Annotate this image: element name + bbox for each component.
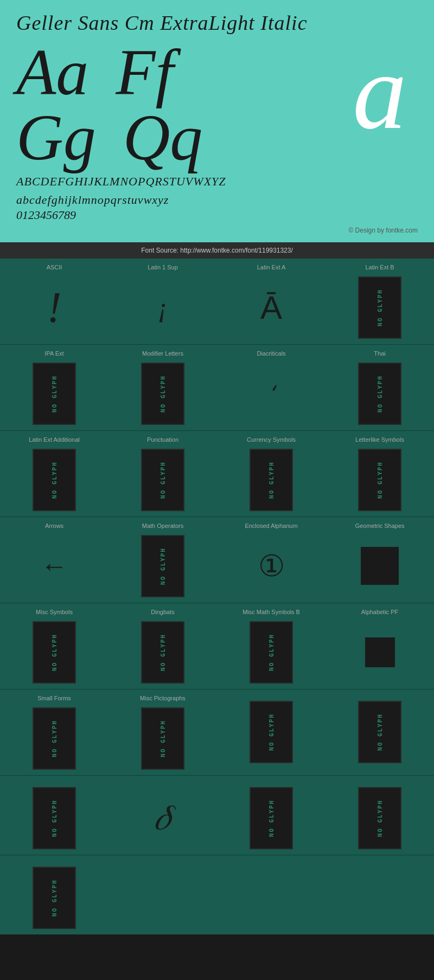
glyph-cell: NO GLYPH: [217, 776, 326, 855]
no-glyph-badge: NO GLYPH: [33, 363, 76, 425]
no-glyph-text: NO GLYPH: [159, 720, 167, 757]
glyph-cell: Alphabetic PF: [326, 603, 434, 689]
letter-G: Gg: [16, 105, 96, 170]
glyph-display: NO GLYPH: [355, 275, 404, 340]
glyph-cell: Latin Ext AĀ: [217, 259, 326, 344]
no-glyph-badge: NO GLYPH: [358, 701, 401, 763]
showcase-pairs: Aa Ff Gg Qq: [16, 40, 353, 170]
glyph-cell: Diacriticalsʻ: [217, 345, 326, 430]
no-glyph-text: NO GLYPH: [51, 634, 58, 671]
no-glyph-text: NO GLYPH: [376, 461, 384, 499]
no-glyph-badge: NO GLYPH: [33, 867, 76, 929]
glyph-arrow: ←: [41, 550, 68, 582]
no-glyph-text: NO GLYPH: [51, 879, 58, 917]
glyph-label: Dingbats: [151, 609, 174, 615]
glyph-cell: Misc Math Symbols BNO GLYPH: [217, 603, 326, 689]
no-glyph-badge: NO GLYPH: [141, 707, 184, 770]
glyph-cell: Misc SymbolsNO GLYPH: [0, 603, 108, 689]
glyph-cell: Geometric Shapes: [326, 517, 434, 603]
no-glyph-badge: NO GLYPH: [358, 363, 401, 425]
numbers: 0123456789: [16, 208, 418, 222]
no-glyph-badge: NO GLYPH: [250, 701, 293, 763]
glyph-label: Math Operators: [142, 523, 183, 529]
glyph-display: NO GLYPH: [30, 785, 79, 850]
glyph-cell: NO GLYPH: [0, 855, 108, 934]
no-glyph-text: NO GLYPH: [159, 634, 167, 671]
glyph-label: Misc Pictographs: [140, 695, 186, 701]
no-glyph-text: NO GLYPH: [268, 634, 275, 671]
glyph-display: NO GLYPH: [247, 447, 296, 512]
no-glyph-badge: NO GLYPH: [33, 621, 76, 684]
letter-Q: Qq: [123, 105, 203, 170]
glyph-label: Thai: [374, 350, 385, 357]
showcase-row: Aa Ff Gg Qq a: [16, 40, 418, 170]
glyph-label: Currency Symbols: [247, 436, 296, 443]
glyph-label: Letterlike Symbols: [355, 436, 404, 443]
glyph-diacritic: Ā: [260, 289, 282, 326]
no-glyph-badge: NO GLYPH: [141, 363, 184, 425]
no-glyph-badge: NO GLYPH: [141, 535, 184, 597]
no-glyph-badge: NO GLYPH: [358, 449, 401, 511]
letter-A: Aa: [16, 40, 88, 105]
no-glyph-text: NO GLYPH: [376, 375, 384, 412]
glyph-cell: Currency SymbolsNO GLYPH: [217, 431, 326, 517]
glyph-cell: NO GLYPH: [326, 776, 434, 855]
no-glyph-badge: NO GLYPH: [141, 621, 184, 684]
glyph-label: Latin Ext A: [257, 264, 286, 270]
glyph-cell: NO GLYPH: [217, 689, 326, 775]
featured-letter: a: [353, 40, 418, 143]
glyph-display: [355, 533, 404, 598]
glyph-cell: Arrows←: [0, 517, 108, 603]
glyph-cell: NO GLYPH: [326, 689, 434, 775]
glyph-display: NO GLYPH: [30, 361, 79, 426]
glyph-label: Modifier Letters: [142, 350, 183, 357]
glyph-display: ←: [30, 533, 79, 598]
no-glyph-badge: NO GLYPH: [358, 276, 401, 339]
glyph-label: Small Forms: [37, 695, 71, 701]
glyph-label: Misc Symbols: [36, 609, 73, 615]
source-bar: Font Source: http://www.fontke.com/font/…: [0, 242, 434, 259]
no-glyph-badge: NO GLYPH: [33, 449, 76, 511]
no-glyph-text: NO GLYPH: [51, 720, 58, 757]
glyph-script: 𝛿: [154, 797, 172, 839]
credit: © Design by fontke.com: [16, 227, 418, 237]
no-glyph-text: NO GLYPH: [51, 375, 58, 412]
glyph-display: NO GLYPH: [30, 447, 79, 512]
glyph-display: ʻ: [247, 361, 296, 426]
glyph-display: ¡: [138, 275, 187, 340]
alphabet-lower: abcdefghijklmnopqrstuvwxyz: [16, 193, 418, 207]
source-text: Font Source: http://www.fontke.com/font/…: [141, 247, 293, 254]
glyph-label: Latin Ext B: [365, 264, 394, 270]
no-glyph-badge: NO GLYPH: [33, 707, 76, 770]
no-glyph-badge: NO GLYPH: [141, 449, 184, 511]
glyph-cell: NO GLYPH: [0, 776, 108, 855]
no-glyph-text: NO GLYPH: [159, 375, 167, 412]
glyph-label: Geometric Shapes: [355, 523, 404, 529]
glyph-label: Alphabetic PF: [361, 609, 398, 615]
preview-section: Geller Sans Cm ExtraLight Italic Aa Ff G…: [0, 0, 434, 242]
glyph-display: NO GLYPH: [30, 865, 79, 930]
glyph-display: NO GLYPH: [138, 533, 187, 598]
glyph-cell: IPA ExtNO GLYPH: [0, 345, 108, 430]
glyph-cell: Math OperatorsNO GLYPH: [108, 517, 217, 603]
glyph-cell: Letterlike SymbolsNO GLYPH: [326, 431, 434, 517]
glyph-display: NO GLYPH: [30, 620, 79, 685]
glyph-display: !: [30, 275, 79, 340]
no-glyph-text: NO GLYPH: [376, 713, 384, 751]
glyph-cell: Misc PictographsNO GLYPH: [108, 689, 217, 775]
glyph-display: NO GLYPH: [30, 706, 79, 771]
glyph-cell: PunctuationNO GLYPH: [108, 431, 217, 517]
glyph-cell: DingbatsNO GLYPH: [108, 603, 217, 689]
glyph-cell: Latin Ext AdditionalNO GLYPH: [0, 431, 108, 517]
glyph-display: NO GLYPH: [247, 620, 296, 685]
no-glyph-text: NO GLYPH: [51, 461, 58, 499]
glyph-label: IPA Ext: [44, 350, 63, 357]
glyph-display: NO GLYPH: [247, 699, 296, 764]
no-glyph-badge: NO GLYPH: [250, 449, 293, 511]
no-glyph-text: NO GLYPH: [268, 800, 275, 837]
glyph-label: Diacriticals: [257, 350, 285, 357]
glyph-label: Latin Ext Additional: [29, 436, 80, 443]
glyph-character-small: ¡: [157, 294, 168, 321]
no-glyph-badge: NO GLYPH: [250, 621, 293, 684]
no-glyph-text: NO GLYPH: [159, 547, 167, 585]
